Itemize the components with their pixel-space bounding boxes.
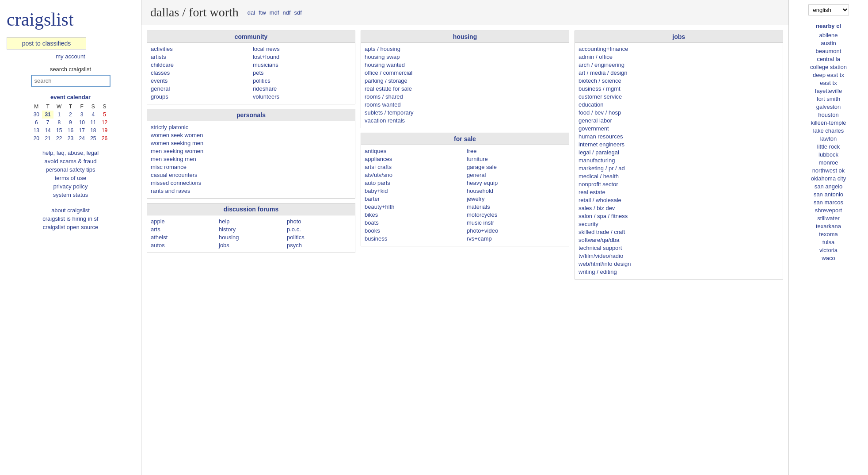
forum-link[interactable]: photo xyxy=(287,218,351,225)
forum-link[interactable]: psych xyxy=(287,242,351,249)
sidebar-bottom-link[interactable]: about craigslist xyxy=(7,207,134,214)
nearby-link[interactable]: central la xyxy=(793,56,864,62)
forum-link[interactable]: atheist xyxy=(151,234,215,241)
calendar-day[interactable]: 30 xyxy=(31,111,42,119)
jobs-link[interactable]: human resources xyxy=(579,133,779,140)
jobs-link[interactable]: security xyxy=(579,221,779,227)
community-link[interactable]: activities xyxy=(151,46,249,52)
nearby-link[interactable]: galveston xyxy=(793,103,864,110)
nearby-link[interactable]: san marcos xyxy=(793,199,864,206)
jobs-link[interactable]: nonprofit sector xyxy=(579,181,779,188)
personals-link[interactable]: women seek women xyxy=(151,132,351,138)
calendar-day[interactable]: 16 xyxy=(65,126,76,134)
sidebar-bottom-link[interactable]: craigslist open source xyxy=(7,224,134,230)
housing-link[interactable]: real estate for sale xyxy=(365,85,565,92)
calendar-day[interactable]: 22 xyxy=(53,134,65,142)
forum-link[interactable]: politics xyxy=(287,234,351,241)
forum-link[interactable]: apple xyxy=(151,218,215,225)
jobs-link[interactable]: web/html/info design xyxy=(579,260,779,267)
jobs-link[interactable]: writing / editing xyxy=(579,268,779,275)
calendar-day[interactable]: 8 xyxy=(53,119,65,126)
forsale-link[interactable]: business xyxy=(365,235,463,242)
community-link[interactable]: artists xyxy=(151,54,249,60)
calendar-day[interactable]: 23 xyxy=(65,134,76,142)
personals-link[interactable]: rants and raves xyxy=(151,188,351,194)
forsale-link[interactable]: garage sale xyxy=(467,164,565,170)
calendar-day[interactable]: 10 xyxy=(76,119,88,126)
forsale-link[interactable]: general xyxy=(467,172,565,178)
sidebar-link[interactable]: privacy policy xyxy=(7,183,134,190)
city-link[interactable]: ndf xyxy=(283,9,291,16)
calendar-day[interactable]: 4 xyxy=(88,111,99,119)
jobs-link[interactable]: retail / wholesale xyxy=(579,197,779,203)
community-link[interactable]: rideshare xyxy=(253,85,351,92)
forsale-link[interactable]: antiques xyxy=(365,148,463,154)
housing-link[interactable]: housing wanted xyxy=(365,61,565,68)
forsale-link[interactable]: household xyxy=(467,188,565,194)
forsale-link[interactable]: bikes xyxy=(365,211,463,218)
nearby-link[interactable]: oklahoma city xyxy=(793,175,864,182)
community-link[interactable]: events xyxy=(151,77,249,84)
jobs-link[interactable]: general labor xyxy=(579,117,779,124)
calendar-day[interactable]: 24 xyxy=(76,134,88,142)
nearby-link[interactable]: texoma xyxy=(793,231,864,238)
jobs-link[interactable]: arch / engineering xyxy=(579,61,779,68)
forsale-link[interactable]: beauty+hlth xyxy=(365,203,463,210)
jobs-link[interactable]: admin / office xyxy=(579,54,779,60)
forum-link[interactable]: help xyxy=(219,218,283,225)
forum-link[interactable]: autos xyxy=(151,242,215,249)
jobs-link[interactable]: software/qa/dba xyxy=(579,237,779,243)
jobs-link[interactable]: technical support xyxy=(579,245,779,251)
jobs-link[interactable]: education xyxy=(579,101,779,108)
community-link[interactable]: politics xyxy=(253,77,351,84)
forum-link[interactable]: arts xyxy=(151,226,215,233)
jobs-link[interactable]: tv/film/video/radio xyxy=(579,253,779,259)
sidebar-link[interactable]: terms of use xyxy=(7,175,134,181)
calendar-day[interactable]: 6 xyxy=(31,119,42,126)
jobs-link[interactable]: food / bev / hosp xyxy=(579,109,779,116)
personals-link[interactable]: casual encounters xyxy=(151,172,351,178)
calendar-day[interactable]: 21 xyxy=(42,134,53,142)
city-link[interactable]: ftw xyxy=(259,9,266,16)
nearby-link[interactable]: austin xyxy=(793,40,864,46)
housing-link[interactable]: office / commercial xyxy=(365,69,565,76)
personals-link[interactable]: men seeking men xyxy=(151,156,351,162)
forsale-link[interactable]: arts+crafts xyxy=(365,164,463,170)
forsale-link[interactable]: jewelry xyxy=(467,195,565,202)
calendar-day[interactable]: 13 xyxy=(31,126,42,134)
forsale-link[interactable]: appliances xyxy=(365,156,463,162)
sidebar-bottom-link[interactable]: craigslist is hiring in sf xyxy=(7,215,134,222)
search-input[interactable] xyxy=(31,75,110,87)
city-link[interactable]: sdf xyxy=(294,9,302,16)
nearby-link[interactable]: fayetteville xyxy=(793,88,864,94)
calendar-day[interactable]: 9 xyxy=(65,119,76,126)
jobs-link[interactable]: skilled trade / craft xyxy=(579,229,779,235)
nearby-link[interactable]: monroe xyxy=(793,159,864,166)
calendar-day[interactable]: 3 xyxy=(76,111,88,119)
housing-link[interactable]: rooms / shared xyxy=(365,93,565,100)
calendar-day[interactable]: 20 xyxy=(31,134,42,142)
community-link[interactable]: groups xyxy=(151,93,249,100)
personals-link[interactable]: strictly platonic xyxy=(151,124,351,130)
forsale-link[interactable]: furniture xyxy=(467,156,565,162)
housing-link[interactable]: sublets / temporary xyxy=(365,109,565,116)
forsale-link[interactable]: music instr xyxy=(467,219,565,226)
jobs-link[interactable]: sales / biz dev xyxy=(579,205,779,211)
community-link[interactable]: childcare xyxy=(151,61,249,68)
community-link[interactable]: pets xyxy=(253,69,351,76)
housing-link[interactable]: parking / storage xyxy=(365,77,565,84)
housing-link[interactable]: vacation rentals xyxy=(365,117,565,124)
city-link[interactable]: dal xyxy=(247,9,255,16)
jobs-link[interactable]: legal / paralegal xyxy=(579,149,779,156)
community-link[interactable]: general xyxy=(151,85,249,92)
forum-link[interactable]: p.o.c. xyxy=(287,226,351,233)
housing-link[interactable]: housing swap xyxy=(365,54,565,60)
jobs-link[interactable]: internet engineers xyxy=(579,141,779,148)
nearby-link[interactable]: lubbock xyxy=(793,151,864,158)
forum-link[interactable]: history xyxy=(219,226,283,233)
personals-link[interactable]: men seeking women xyxy=(151,148,351,154)
forsale-link[interactable]: auto parts xyxy=(365,180,463,186)
calendar-day[interactable]: 31 xyxy=(42,111,53,119)
jobs-link[interactable]: marketing / pr / ad xyxy=(579,165,779,172)
calendar-day[interactable]: 18 xyxy=(88,126,99,134)
